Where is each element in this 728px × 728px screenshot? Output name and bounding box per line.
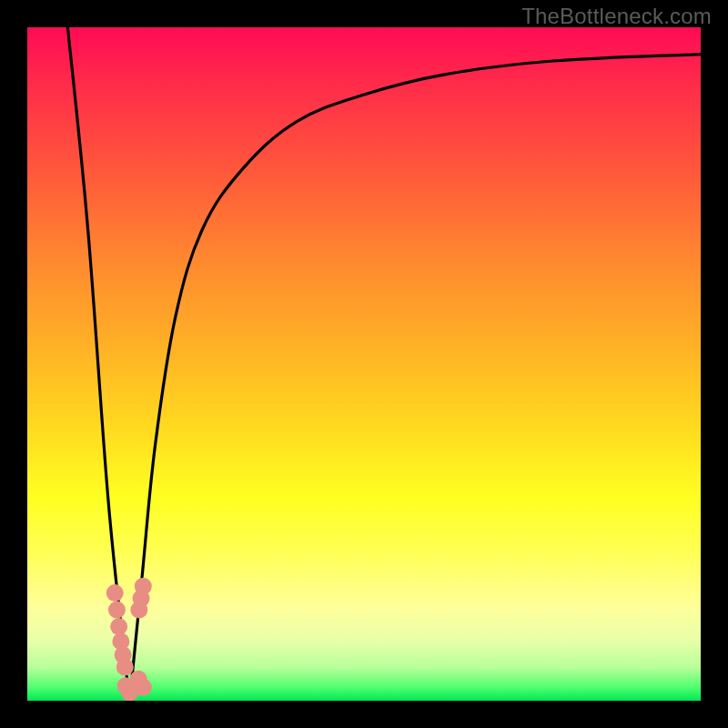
data-marker	[116, 659, 134, 676]
watermark-label: TheBottleneck.com	[521, 4, 712, 29]
marker-group	[106, 578, 152, 701]
data-marker	[106, 584, 124, 602]
curve-right-branch	[129, 55, 701, 701]
curve-layer	[27, 27, 701, 701]
chart-frame: TheBottleneck.com	[0, 0, 728, 728]
data-marker	[135, 679, 152, 696]
curve-group	[67, 27, 701, 701]
data-marker	[108, 602, 126, 619]
data-marker	[110, 618, 127, 635]
data-marker	[135, 578, 152, 595]
curve-left-branch	[67, 27, 129, 701]
plot-area	[27, 27, 701, 701]
